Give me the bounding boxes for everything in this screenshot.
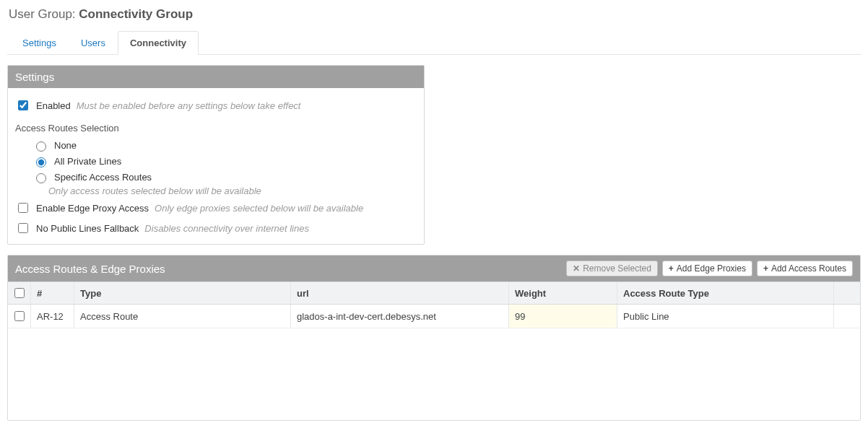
add-edge-proxies-label: Add Edge Proxies [677,263,746,274]
remove-selected-label: Remove Selected [583,263,651,274]
col-access-route-type[interactable]: Access Route Type [617,282,834,304]
route-specific-label: Specific Access Routes [54,172,152,183]
tab-users[interactable]: Users [69,31,118,55]
tab-connectivity[interactable]: Connectivity [118,31,199,55]
no-public-label: No Public Lines Fallback [36,223,139,234]
add-access-routes-button[interactable]: + Add Access Routes [757,261,853,276]
route-none-radio[interactable] [36,141,46,152]
add-access-routes-label: Add Access Routes [771,263,846,274]
routes-panel-header: Access Routes & Edge Proxies ✕ Remove Se… [8,256,860,281]
select-all-checkbox[interactable] [14,288,25,298]
remove-selected-button[interactable]: ✕ Remove Selected [566,261,658,276]
route-none-label: None [54,140,77,151]
row-url: glados-a-int-dev-cert.debesys.net [291,305,509,328]
tab-settings[interactable]: Settings [10,31,69,55]
routes-selection-title: Access Routes Selection [15,123,417,134]
col-type[interactable]: Type [74,282,291,304]
enabled-label: Enabled [36,100,71,111]
page-title-name: Connectivity Group [79,7,193,21]
add-edge-proxies-button[interactable]: + Add Edge Proxies [662,261,752,276]
route-all-label: All Private Lines [54,156,121,167]
row-access-route-type: Public Line [617,305,834,328]
edge-proxy-checkbox[interactable] [18,203,28,213]
col-url[interactable]: url [291,282,509,304]
routes-panel: Access Routes & Edge Proxies ✕ Remove Se… [7,255,861,421]
settings-panel-header: Settings [8,66,424,88]
route-specific-radio[interactable] [36,173,46,183]
col-id[interactable]: # [31,282,74,304]
no-public-hint: Disables connectivity over internet line… [144,223,309,234]
row-id: AR-12 [31,305,74,328]
page-title-prefix: User Group: [9,7,79,21]
row-type: Access Route [74,305,291,328]
settings-panel-title: Settings [15,71,54,83]
enabled-checkbox[interactable] [18,100,28,110]
page-title: User Group: Connectivity Group [9,7,861,22]
table-row[interactable]: AR-12 Access Route glados-a-int-dev-cert… [8,305,860,328]
row-weight[interactable]: 99 [509,305,617,328]
close-icon: ✕ [573,264,580,273]
route-specific-hint: Only access routes selected below will b… [32,185,417,196]
edge-proxy-hint: Only edge proxies selected below will be… [155,203,363,214]
table-body: AR-12 Access Route glados-a-int-dev-cert… [8,305,860,420]
settings-panel: Settings Enabled Must be enabled before … [7,65,425,245]
routes-selection-group: None All Private Lines Specific Access R… [15,139,417,196]
table-header-row: # Type url Weight Access Route Type [8,281,860,305]
plus-icon: + [763,264,768,273]
row-checkbox[interactable] [14,311,25,321]
row-end [834,305,860,328]
plus-icon: + [669,264,674,273]
route-all-radio[interactable] [36,157,46,167]
no-public-checkbox[interactable] [18,223,28,233]
routes-panel-title: Access Routes & Edge Proxies [15,263,165,275]
tabs: Settings Users Connectivity [7,30,861,55]
col-end [834,282,860,304]
edge-proxy-label: Enable Edge Proxy Access [36,203,149,214]
col-weight[interactable]: Weight [509,282,617,304]
enabled-hint: Must be enabled before any settings belo… [77,100,301,111]
